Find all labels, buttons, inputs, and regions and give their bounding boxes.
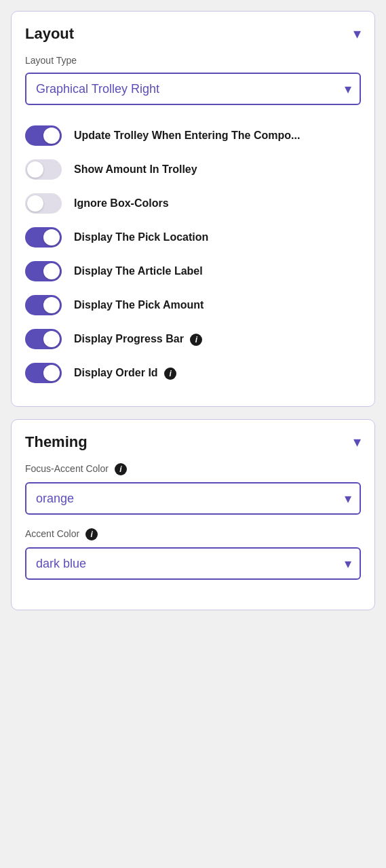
layout-type-label: Layout Type	[25, 55, 361, 66]
focus-accent-label: Focus-Accent Color i	[25, 463, 361, 475]
accent-dropdown-wrapper: dark blue blue green red purple ▾	[25, 547, 361, 580]
toggle-display-progress-bar[interactable]	[25, 329, 62, 349]
toggle-thumb	[43, 331, 60, 347]
layout-type-select[interactable]: Graphical Trolley Right Graphical Trolle…	[25, 73, 361, 105]
layout-type-dropdown-wrapper: Graphical Trolley Right Graphical Trolle…	[25, 73, 361, 105]
focus-accent-label-text: Focus-Accent Color	[25, 463, 109, 474]
progress-bar-info-icon[interactable]: i	[190, 334, 202, 346]
focus-accent-select[interactable]: orange red green blue yellow	[25, 482, 361, 515]
toggle-show-amount[interactable]	[25, 159, 62, 180]
toggle-row-display-article-label: Display The Article Label	[25, 254, 361, 288]
focus-accent-info-icon[interactable]: i	[115, 463, 127, 475]
toggle-ignore-box-colors[interactable]	[25, 193, 62, 214]
toggle-row-ignore-box-colors: Ignore Box-Colors	[25, 186, 361, 220]
toggle-label-display-pick-location: Display The Pick Location	[74, 231, 208, 243]
toggle-display-pick-location[interactable]	[25, 227, 62, 248]
layout-panel-header: Layout ▾	[25, 25, 361, 43]
theming-panel-header: Theming ▾	[25, 433, 361, 451]
toggle-display-order-id[interactable]	[25, 363, 62, 383]
theming-panel: Theming ▾ Focus-Accent Color i orange re…	[11, 419, 375, 610]
toggle-row-display-pick-amount: Display The Pick Amount	[25, 288, 361, 322]
theming-panel-title: Theming	[25, 433, 88, 451]
toggle-label-display-progress-bar: Display Progress Bar i	[74, 333, 202, 346]
toggle-display-article-label[interactable]	[25, 261, 62, 281]
toggle-thumb	[43, 297, 60, 313]
toggle-label-display-article-label: Display The Article Label	[74, 265, 203, 277]
toggle-label-show-amount: Show Amount In Trolley	[74, 163, 197, 176]
toggle-update-trolley[interactable]	[25, 125, 62, 146]
focus-accent-dropdown-wrapper: orange red green blue yellow ▾	[25, 482, 361, 515]
toggle-row-update-trolley: Update Trolley When Entering The Compo..…	[25, 119, 361, 153]
toggle-thumb	[27, 195, 43, 212]
order-id-info-icon[interactable]: i	[164, 368, 176, 380]
toggle-row-display-progress-bar: Display Progress Bar i	[25, 322, 361, 356]
toggle-label-update-trolley: Update Trolley When Entering The Compo..…	[74, 130, 300, 142]
toggle-thumb	[27, 161, 43, 178]
accent-info-icon[interactable]: i	[85, 528, 98, 540]
accent-label: Accent Color i	[25, 528, 361, 540]
toggle-label-display-pick-amount: Display The Pick Amount	[74, 299, 204, 311]
toggle-row-show-amount: Show Amount In Trolley	[25, 153, 361, 186]
toggle-thumb	[43, 365, 60, 381]
toggle-label-ignore-box-colors: Ignore Box-Colors	[74, 197, 169, 210]
toggle-row-display-pick-location: Display The Pick Location	[25, 220, 361, 254]
accent-select[interactable]: dark blue blue green red purple	[25, 547, 361, 580]
toggle-display-pick-amount[interactable]	[25, 295, 62, 315]
toggle-label-display-order-id: Display Order Id i	[74, 367, 176, 380]
layout-panel: Layout ▾ Layout Type Graphical Trolley R…	[11, 11, 375, 407]
toggle-thumb	[43, 263, 60, 279]
toggle-thumb	[43, 229, 60, 245]
layout-chevron-icon[interactable]: ▾	[353, 26, 361, 41]
layout-panel-title: Layout	[25, 25, 74, 43]
theming-chevron-icon[interactable]: ▾	[353, 435, 361, 450]
toggle-row-display-order-id: Display Order Id i	[25, 356, 361, 390]
toggle-thumb	[43, 127, 60, 144]
accent-label-text: Accent Color	[25, 528, 79, 539]
